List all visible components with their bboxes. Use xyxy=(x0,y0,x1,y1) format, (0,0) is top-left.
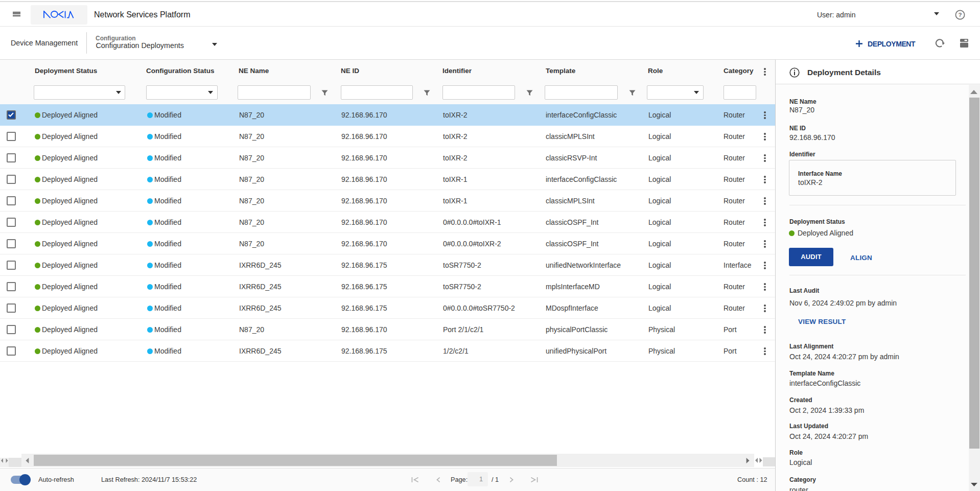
svg-text:?: ? xyxy=(958,12,962,18)
